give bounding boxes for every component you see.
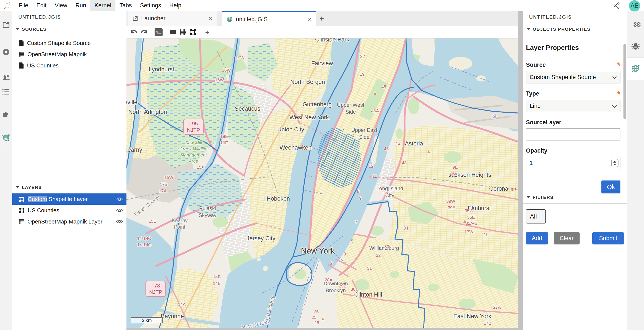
source-item-custom-shapefile[interactable]: Custom Shapefile Source [12, 38, 126, 49]
map-label: 26 [314, 320, 319, 325]
layer-properties-form: Layer Properties Source * Custom Shapefi… [523, 44, 627, 194]
extensions-puzzle-icon[interactable] [2, 110, 10, 118]
menu-kernel[interactable]: Kernel [90, 0, 116, 11]
svg-text:NJTP: NJTP [149, 289, 162, 295]
map-label: 30 [351, 287, 356, 292]
running-terminals-icon[interactable] [2, 48, 10, 56]
map-label: 33 [384, 244, 389, 249]
submit-filters-button[interactable]: Submit [592, 232, 624, 244]
jupytergis-globe-icon[interactable] [631, 64, 640, 73]
map-label: 35W [464, 208, 474, 213]
menu-view[interactable]: View [50, 0, 71, 11]
map-label: 14A [178, 302, 186, 307]
close-tab-icon[interactable]: × [203, 15, 212, 22]
file-browser-icon[interactable] [2, 21, 10, 28]
source-item-openstreetmap[interactable]: OpenStreetMap.Mapnik [12, 49, 126, 60]
map-label: 16W [222, 68, 231, 72]
menu-edit[interactable]: Edit [32, 0, 51, 11]
redo-button[interactable] [139, 27, 149, 37]
menu-run[interactable]: Run [71, 0, 90, 11]
map-label: 14-14C [137, 236, 151, 241]
map-label: Corona [489, 186, 509, 192]
caret-down-icon [526, 28, 530, 30]
add-vector-layer-button[interactable] [188, 27, 198, 37]
map-label: 14B [213, 274, 221, 279]
map-label: Guttenberg [302, 101, 332, 108]
map-label: Lyndhurst [149, 66, 174, 72]
layer-item-custom-shapefile[interactable]: Custom Shapefile Layer [12, 194, 126, 205]
map-label: 45 [396, 141, 400, 146]
map-label: eville [126, 99, 138, 106]
layer-item-openstreetmap[interactable]: OpenStreetMap.Mapnik Layer [12, 216, 126, 227]
table-of-contents-icon[interactable] [2, 88, 10, 95]
map-label: 3 [344, 252, 346, 256]
caret-down-icon [526, 196, 530, 198]
jupytergis-globe-icon[interactable] [2, 133, 10, 142]
menu-help[interactable]: Help [165, 0, 186, 11]
filter-logic-select[interactable]: All [526, 209, 546, 224]
sourcelayer-field: SourceLayer [526, 119, 620, 140]
sources-section-header[interactable]: SOURCES [12, 23, 126, 35]
toolbar-separator [166, 28, 166, 36]
map-label: 43 [402, 160, 407, 165]
menu-settings[interactable]: Settings [136, 0, 166, 11]
spinner-up-icon[interactable] [613, 161, 616, 162]
road-shield: I 95NJTP [184, 119, 204, 134]
undo-button[interactable] [129, 27, 139, 37]
spinner-down-icon[interactable] [613, 164, 616, 165]
layer-item-us-counties[interactable]: US Counties [12, 205, 126, 216]
map-viewport[interactable]: Cliffside ParkFairviewNorth BergenLyndhu… [126, 38, 518, 328]
raster-grid-icon [19, 219, 24, 224]
add-filter-button[interactable]: Add [526, 232, 548, 244]
user-avatar[interactable]: AE [629, 0, 640, 12]
map-label: Astoria [405, 140, 423, 147]
filters-header[interactable]: FILTERS [523, 191, 627, 204]
toolbar-separator [200, 28, 200, 36]
chevron-down-icon [612, 74, 617, 79]
map-label: Weehawken [280, 144, 312, 151]
close-tab-icon[interactable]: × [302, 16, 312, 23]
map-label: Management [180, 152, 207, 157]
property-inspector-gears-icon[interactable]: ⚙⚙ [633, 21, 638, 28]
sourcelayer-input[interactable] [526, 128, 620, 140]
basemap-gallery-button[interactable] [168, 27, 178, 37]
map-label: 9P [511, 187, 516, 192]
add-raster-layer-button[interactable] [178, 27, 188, 37]
right-panel-title: UNTITLED.JGIS [523, 11, 627, 23]
visibility-eye-icon[interactable] [116, 208, 123, 213]
map-label: ▲ [320, 316, 325, 322]
panel-scrollbar[interactable] [624, 44, 626, 119]
map-label: New York [301, 246, 335, 255]
objects-properties-header[interactable]: OBJECTS PROPERTIES [523, 23, 627, 35]
collaborators-icon[interactable] [2, 74, 10, 81]
source-select[interactable]: Custom Shapefile Source [526, 71, 620, 84]
tab-launcher[interactable]: Launcher × [128, 11, 217, 26]
layers-section-header[interactable]: LAYERS [12, 181, 126, 194]
tab-untitled-jgis[interactable]: untitled.jGIS × [222, 11, 316, 26]
map-label: 12 [369, 164, 374, 168]
map-canvas[interactable]: Cliffside ParkFairviewNorth BergenLyndhu… [126, 38, 518, 328]
share-icon[interactable] [613, 2, 620, 9]
vector-layer-icon [19, 208, 25, 213]
clear-filters-button[interactable]: Clear [554, 232, 580, 244]
visibility-eye-icon[interactable] [116, 197, 123, 202]
svg-text:I 95: I 95 [189, 120, 198, 126]
visibility-eye-icon[interactable] [116, 219, 123, 224]
add-layer-button[interactable]: + [202, 27, 212, 37]
file-icon [19, 62, 24, 68]
caret-down-icon [16, 28, 19, 30]
menu-tabs[interactable]: Tabs [116, 0, 136, 11]
source-item-us-counties[interactable]: US Counties [12, 60, 126, 71]
panel-splitter[interactable] [518, 11, 523, 332]
top-menu-bar: File Edit View Run Kernel Tabs Settings … [0, 0, 644, 11]
map-label: 2 [330, 261, 332, 266]
number-spinner[interactable] [611, 159, 618, 167]
new-tab-button[interactable]: + [316, 11, 327, 26]
type-select[interactable]: Line [526, 100, 620, 112]
map-label: ▲ [426, 149, 431, 154]
debugger-bug-icon[interactable] [632, 42, 640, 50]
console-button[interactable]: $_ [154, 27, 164, 37]
filters-section: FILTERS All Add Clear Submit [523, 191, 627, 244]
opacity-input[interactable] [526, 157, 620, 169]
menu-file[interactable]: File [15, 0, 32, 11]
